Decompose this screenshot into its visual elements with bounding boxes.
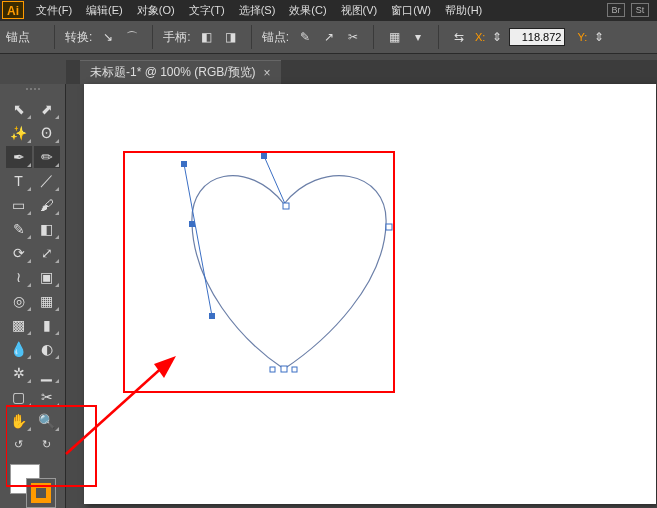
annotation-arrow-head [154,356,176,378]
menu-window[interactable]: 窗口(W) [391,3,431,18]
anchor-point[interactable] [261,153,267,159]
convert-smooth-icon[interactable]: ⌒ [122,27,142,47]
rotate-tool[interactable]: ⟳ [6,242,32,264]
panel-grip-icon[interactable] [13,88,53,94]
anchor-point[interactable] [281,366,287,372]
selection-tool[interactable]: ⬉ [6,98,32,120]
eraser-tool[interactable]: ◧ [34,218,60,240]
paintbrush-tool[interactable]: 🖌 [34,194,60,216]
gradient-tool[interactable]: ▮ [34,314,60,336]
y-label: Y: [577,31,587,43]
anchor-point-selected[interactable] [283,203,289,209]
anchor-point[interactable] [270,367,275,372]
handles-hide-icon[interactable]: ◨ [221,27,241,47]
rectangle-tool[interactable]: ▭ [6,194,32,216]
lasso-tool[interactable]: ʘ [34,122,60,144]
anchor-point[interactable] [181,161,187,167]
control-bar: 锚点 转换: ↘ ⌒ 手柄: ◧ ◨ 锚点: ✎ ↗ ✂ ▦ ▾ ⇆ X: ⇕ … [0,20,657,54]
y-stepper-icon[interactable]: ⇕ [593,27,605,47]
free-transform-tool[interactable]: ▣ [34,266,60,288]
pen-tool[interactable]: ✒ [6,146,32,168]
anchor-connect-icon[interactable]: ↗ [319,27,339,47]
annotation-arrow-line [66,364,166,454]
menu-effect[interactable]: 效果(C) [289,3,326,18]
close-icon[interactable]: × [264,66,271,80]
menu-edit[interactable]: 编辑(E) [86,3,123,18]
anchor-point[interactable] [209,313,215,319]
x-label: X: [475,31,485,43]
anchors-label: 锚点: [262,29,289,46]
menu-type[interactable]: 文字(T) [189,3,225,18]
pencil-tool[interactable]: ✎ [6,218,32,240]
menu-bar: 文件(F) 编辑(E) 对象(O) 文字(T) 选择(S) 效果(C) 视图(V… [36,3,482,18]
menu-file[interactable]: 文件(F) [36,3,72,18]
context-label: 锚点 [6,29,30,46]
anchor-point[interactable] [386,224,392,230]
isolate-icon[interactable]: ▦ [384,27,404,47]
handle-line-top [264,156,286,206]
direct-selection-tool[interactable]: ⬈ [34,98,60,120]
app-logo: Ai [2,1,24,19]
align-icon[interactable]: ▾ [408,27,428,47]
handles-label: 手柄: [163,29,190,46]
scale-tool[interactable]: ⤢ [34,242,60,264]
line-segment-tool[interactable]: ／ [34,170,60,192]
document-tab[interactable]: 未标题-1* @ 100% (RGB/预览) × [80,60,281,84]
menu-help[interactable]: 帮助(H) [445,3,482,18]
handles-show-icon[interactable]: ◧ [197,27,217,47]
menu-object[interactable]: 对象(O) [137,3,175,18]
magic-wand-tool[interactable]: ✨ [6,122,32,144]
perspective-grid-tool[interactable]: ▦ [34,290,60,312]
anchor-point[interactable] [189,221,195,227]
bridge-badge[interactable]: Br [607,3,625,17]
menu-select[interactable]: 选择(S) [239,3,276,18]
anchor-cut-icon[interactable]: ✂ [343,27,363,47]
annotation-small-rect [6,406,96,486]
stock-badge[interactable]: St [631,3,649,17]
convert-label: 转换: [65,29,92,46]
type-tool[interactable]: T [6,170,32,192]
title-bar: Ai 文件(F) 编辑(E) 对象(O) 文字(T) 选择(S) 效果(C) 视… [0,0,657,20]
x-stepper-icon[interactable]: ⇕ [491,27,503,47]
menu-view[interactable]: 视图(V) [341,3,378,18]
anchor-remove-icon[interactable]: ✎ [295,27,315,47]
convert-corner-icon[interactable]: ↘ [98,27,118,47]
handle-line-left [184,164,212,316]
x-input[interactable] [509,28,565,46]
document-tab-title: 未标题-1* @ 100% (RGB/预览) [90,64,256,81]
shape-builder-tool[interactable]: ◎ [6,290,32,312]
annotation-overlay [6,334,266,508]
curvature-tool[interactable]: ✏ [34,146,60,168]
anchor-point[interactable] [292,367,297,372]
document-tab-strip: 未标题-1* @ 100% (RGB/预览) × [66,60,657,84]
link-xy-icon[interactable]: ⇆ [449,27,469,47]
mesh-tool[interactable]: ▩ [6,314,32,336]
width-tool[interactable]: ≀ [6,266,32,288]
canvas-area[interactable] [66,84,657,508]
